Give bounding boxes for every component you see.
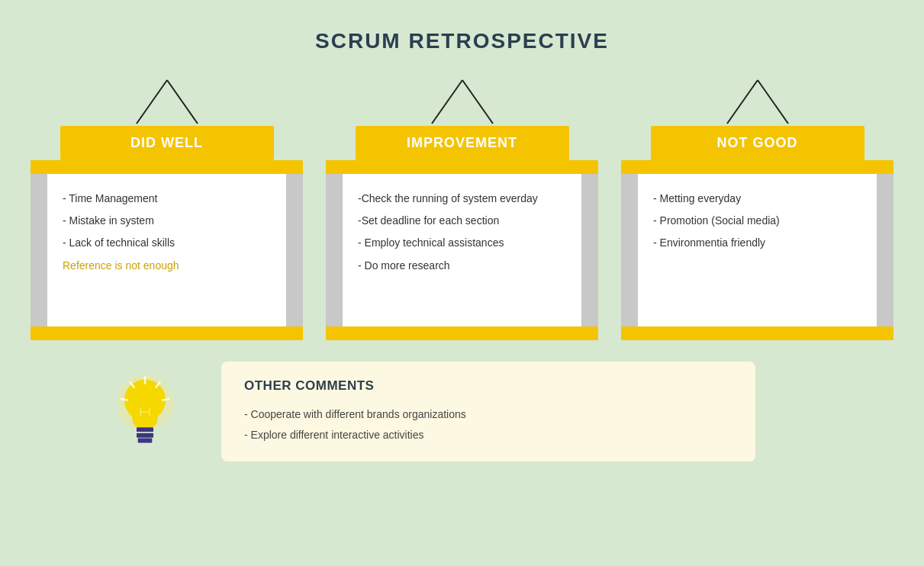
board-bottom-bar-improvement [326,326,598,340]
svg-line-12 [163,399,169,400]
strings-improvement [386,76,539,126]
board-side-left-not-good [621,174,638,326]
board-side-left-improvement [326,174,343,326]
board-not-good: NOT GOOD- Metting everyday- Promotion (S… [621,76,893,340]
board-bottom-bar-not-good [621,326,893,340]
board-side-right-improvement [581,174,598,326]
svg-line-11 [121,399,127,400]
boards-container: DID WELL- Time Management- Mistake in sy… [0,76,924,340]
svg-rect-15 [138,439,153,443]
board-frame-not-good: - Metting everyday- Promotion (Social me… [621,160,893,340]
svg-point-7 [124,380,166,421]
svg-line-1 [167,80,198,124]
strings-not-good [681,76,834,126]
page-title: SCRUM RETROSPECTIVE [0,0,924,69]
svg-rect-14 [137,433,153,438]
board-content-did-well: - Time Management- Mistake in system- La… [47,174,286,326]
list-item: - Lack of technical skills [63,233,271,252]
svg-line-2 [432,80,462,124]
comments-title: OTHER COMMENTS [244,378,732,394]
board-frame-improvement: -Check the running of system everday-Set… [326,160,598,340]
board-top-bar-did-well [31,160,303,174]
board-top-bar-improvement [326,160,598,174]
list-item: -Check the running of system everday [358,189,566,208]
board-content-improvement: -Check the running of system everday-Set… [343,174,581,326]
board-side-right-not-good [877,174,893,326]
list-item: - Environmentia friendly [653,233,861,252]
board-frame-did-well: - Time Management- Mistake in system- La… [31,160,303,340]
list-item: - Promotion (Social media) [653,211,861,230]
board-bottom-bar-did-well [31,326,303,340]
list-item: - Do more research [358,256,566,275]
svg-line-5 [758,80,788,124]
board-side-left-did-well [31,174,47,326]
bottom-section: OTHER COMMENTS - Cooperate with differen… [0,362,924,461]
board-side-right-did-well [286,174,303,326]
board-did-well: DID WELL- Time Management- Mistake in sy… [31,76,303,340]
list-item: - Mistake in system [63,211,271,230]
list-item: - Metting everyday [653,189,861,208]
svg-line-0 [137,80,167,124]
board-improvement: IMPROVEMENT-Check the running of system … [326,76,598,340]
list-item: -Set deadline for each section [358,211,566,230]
board-header-improvement: IMPROVEMENT [356,126,569,160]
board-header-did-well: DID WELL [60,126,274,160]
lightbulb-area [92,369,198,453]
board-content-not-good: - Metting everyday- Promotion (Social me… [638,174,877,326]
lightbulb-icon [103,369,187,453]
board-top-bar-not-good [621,160,893,174]
list-item: - Explore different interactive activiti… [244,425,732,445]
svg-rect-13 [137,427,153,432]
list-item: - Employ technical assistances [358,233,566,252]
board-header-not-good: NOT GOOD [651,126,864,160]
list-item: - Time Management [63,189,271,208]
svg-line-4 [727,80,758,124]
list-item: Reference is not enough [63,256,271,275]
comments-box: OTHER COMMENTS - Cooperate with differen… [221,362,755,461]
list-item: - Cooperate with different brands organi… [244,404,732,425]
strings-did-well [91,76,243,126]
svg-line-3 [462,80,493,124]
comments-items: - Cooperate with different brands organi… [244,404,732,445]
